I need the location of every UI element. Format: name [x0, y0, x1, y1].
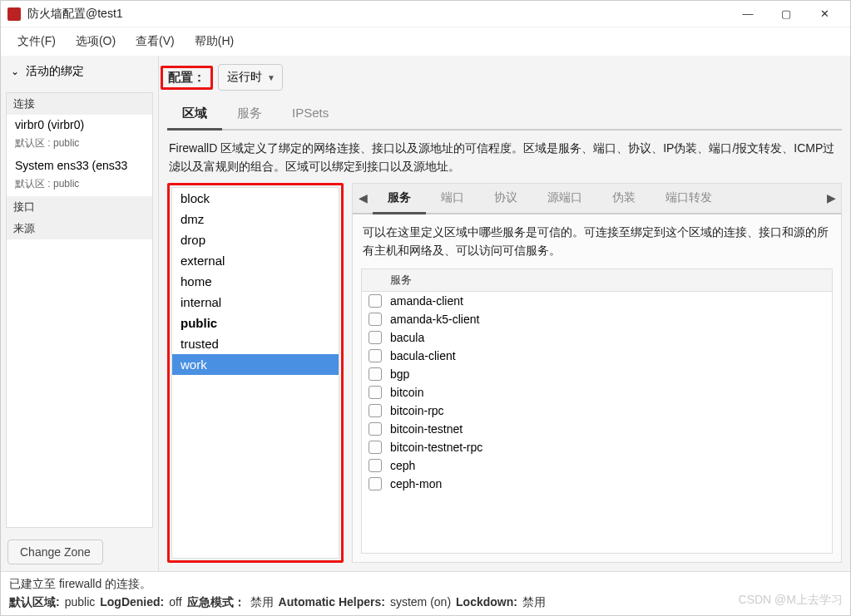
config-dropdown[interactable]: 运行时	[218, 64, 283, 91]
service-checkbox[interactable]	[369, 477, 382, 490]
service-row[interactable]: bacula-client	[362, 347, 832, 365]
sidebar: ⌄ 活动的绑定 连接 virbr0 (virbr0) 默认区 : public …	[1, 56, 159, 571]
zone-item-work[interactable]: work	[172, 354, 339, 375]
service-row[interactable]: amanda-k5-client	[362, 310, 832, 328]
sources-header: 来源	[7, 218, 152, 239]
main-tabs: 区域 服务 IPSets	[167, 99, 842, 131]
status-autohelpers: system (on)	[390, 595, 451, 610]
service-row[interactable]: bitcoin-testnet	[362, 420, 832, 438]
maximize-button[interactable]: ▢	[767, 1, 805, 27]
sidebar-header-label: 活动的绑定	[26, 64, 84, 79]
chevron-down-icon: ⌄	[11, 66, 19, 77]
zone-item-drop[interactable]: drop	[172, 229, 339, 250]
status-autohelpers-label: Automatic Helpers:	[279, 595, 385, 610]
bindings-tree: 连接 virbr0 (virbr0) 默认区 : public System e…	[6, 92, 153, 528]
menubar: 文件(F) 选项(O) 查看(V) 帮助(H)	[1, 27, 850, 56]
connection-ens33-sub: 默认区 : public	[7, 175, 152, 196]
status-logdenied: off	[169, 595, 181, 610]
status-details: 默认区域: public LogDenied: off 应急模式： 禁用 Aut…	[1, 594, 850, 615]
service-checkbox[interactable]	[369, 422, 382, 436]
status-default-zone-label: 默认区域:	[9, 595, 60, 610]
service-name: bgp	[390, 367, 409, 381]
close-button[interactable]: ✕	[805, 1, 844, 27]
status-logdenied-label: LogDenied:	[100, 595, 164, 610]
service-row[interactable]: amanda-client	[362, 292, 832, 310]
subtab-port-forward[interactable]: 端口转发	[651, 184, 727, 212]
zone-item-block[interactable]: block	[172, 188, 339, 209]
minimize-button[interactable]: —	[729, 1, 767, 27]
service-name: bitcoin	[390, 386, 423, 399]
zone-subtabs: ◀ 服务 端口 协议 源端口 伪装 端口转发 ▶	[353, 184, 841, 214]
service-row[interactable]: bitcoin-testnet-rpc	[362, 438, 832, 456]
service-row[interactable]: bacula	[362, 328, 832, 347]
zone-item-internal[interactable]: internal	[172, 292, 339, 313]
service-name: bacula-client	[390, 349, 456, 362]
status-default-zone: public	[65, 595, 96, 610]
zone-list[interactable]: blockdmzdropexternalhomeinternalpublictr…	[171, 187, 339, 559]
firewall-config-window: 防火墙配置@test1 — ▢ ✕ 文件(F) 选项(O) 查看(V) 帮助(H…	[0, 0, 851, 616]
subtab-nav-right[interactable]: ▶	[821, 191, 841, 205]
service-checkbox[interactable]	[369, 294, 382, 308]
zone-list-highlight: blockdmzdropexternalhomeinternalpublictr…	[167, 183, 344, 563]
connection-ens33[interactable]: System ens33 (ens33	[7, 155, 152, 175]
subtab-source-ports[interactable]: 源端口	[532, 184, 597, 212]
main-panel: 配置： 运行时 区域 服务 IPSets FirewallD 区域定义了绑定的网…	[159, 56, 850, 571]
subtab-services[interactable]: 服务	[373, 184, 426, 214]
service-checkbox[interactable]	[369, 386, 382, 399]
change-zone-button[interactable]: Change Zone	[7, 540, 103, 564]
tab-services[interactable]: 服务	[222, 99, 277, 129]
service-name: amanda-client	[390, 294, 463, 308]
status-connection: 已建立至 firewalld 的连接。	[1, 572, 850, 594]
services-description: 可以在这里定义区域中哪些服务是可信的。可连接至绑定到这个区域的连接、接口和源的所…	[353, 214, 841, 269]
service-checkbox[interactable]	[369, 459, 382, 472]
zone-item-home[interactable]: home	[172, 271, 339, 292]
service-name: bacula	[390, 331, 424, 344]
service-row[interactable]: bitcoin	[362, 383, 832, 402]
window-title: 防火墙配置@test1	[27, 7, 729, 22]
status-emergency-label: 应急模式：	[187, 595, 245, 610]
services-column-header: 服务	[362, 269, 832, 292]
connection-virbr0[interactable]: virbr0 (virbr0)	[7, 115, 152, 135]
menu-file[interactable]: 文件(F)	[7, 31, 66, 52]
zone-detail-panel: ◀ 服务 端口 协议 源端口 伪装 端口转发 ▶ 可以在这里定义区域中哪些服务是…	[352, 183, 842, 563]
app-icon	[7, 7, 21, 21]
service-row[interactable]: bitcoin-rpc	[362, 402, 832, 420]
menu-help[interactable]: 帮助(H)	[185, 31, 244, 52]
service-name: bitcoin-testnet-rpc	[390, 441, 482, 454]
sidebar-bindings-header[interactable]: ⌄ 活动的绑定	[1, 56, 158, 87]
subtab-nav-left[interactable]: ◀	[353, 191, 373, 205]
tab-ipsets[interactable]: IPSets	[277, 99, 344, 129]
zone-item-public[interactable]: public	[172, 313, 339, 333]
zone-item-external[interactable]: external	[172, 250, 339, 271]
zone-item-trusted[interactable]: trusted	[172, 333, 339, 354]
menu-options[interactable]: 选项(O)	[66, 31, 126, 52]
subtab-masquerade[interactable]: 伪装	[597, 184, 651, 212]
service-name: bitcoin-testnet	[390, 422, 463, 436]
service-checkbox[interactable]	[369, 331, 382, 344]
service-checkbox[interactable]	[369, 404, 382, 417]
menu-view[interactable]: 查看(V)	[126, 31, 185, 52]
subtab-protocols[interactable]: 协议	[479, 184, 532, 212]
zone-item-dmz[interactable]: dmz	[172, 209, 339, 229]
config-label: 配置：	[168, 70, 205, 84]
service-name: amanda-k5-client	[390, 313, 479, 326]
service-checkbox[interactable]	[369, 441, 382, 454]
tab-zones[interactable]: 区域	[167, 99, 222, 131]
subtab-ports[interactable]: 端口	[426, 184, 479, 212]
service-checkbox[interactable]	[369, 367, 382, 381]
service-row[interactable]: bgp	[362, 365, 832, 383]
connection-virbr0-sub: 默认区 : public	[7, 135, 152, 155]
service-row[interactable]: ceph	[362, 456, 832, 475]
titlebar: 防火墙配置@test1 — ▢ ✕	[1, 1, 850, 27]
config-value: 运行时	[227, 70, 262, 83]
config-label-highlight: 配置：	[161, 66, 213, 90]
interfaces-header: 接口	[7, 196, 152, 218]
services-table: 服务 amanda-clientamanda-k5-clientbaculaba…	[361, 269, 833, 554]
service-row[interactable]: ceph-mon	[362, 475, 832, 493]
status-emergency: 禁用	[250, 595, 274, 610]
zone-description: FirewallD 区域定义了绑定的网络连接、接口以及源地址的可信程度。区域是服…	[159, 131, 850, 183]
service-checkbox[interactable]	[369, 349, 382, 362]
service-checkbox[interactable]	[369, 313, 382, 326]
config-bar: 配置： 运行时	[159, 56, 850, 99]
service-name: ceph-mon	[390, 477, 442, 490]
